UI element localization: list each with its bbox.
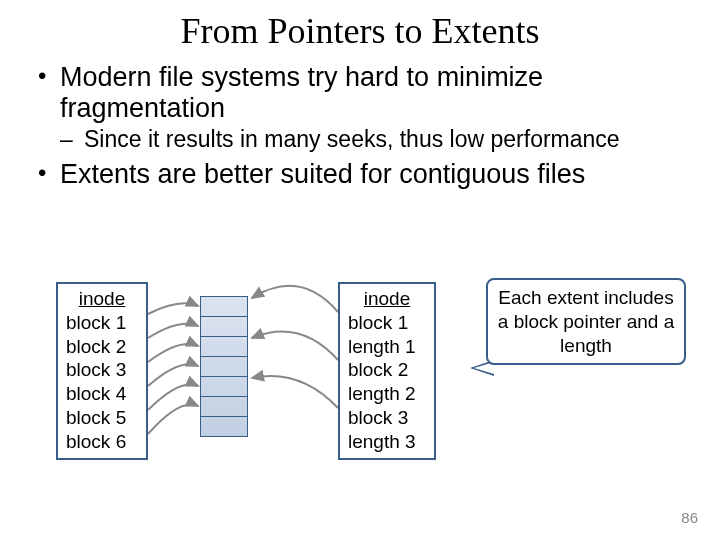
inode-left-row: block 1	[66, 311, 138, 335]
inode-pointers-box: inode block 1 block 2 block 3 block 4 bl…	[56, 282, 148, 460]
inode-right-row: block 2	[348, 358, 426, 382]
block-row	[201, 377, 247, 397]
block-row	[201, 417, 247, 436]
block-row	[201, 397, 247, 417]
block-row	[201, 297, 247, 317]
bullet-1-text: Modern file systems try hard to minimize…	[60, 62, 543, 123]
block-row	[201, 337, 247, 357]
inode-right-header: inode	[348, 287, 426, 311]
page-number: 86	[681, 509, 698, 526]
bullet-2: Extents are better suited for contiguous…	[38, 159, 690, 190]
inode-left-header: inode	[66, 287, 138, 311]
inode-right-row: length 1	[348, 335, 426, 359]
block-row	[201, 317, 247, 337]
inode-right-row: block 1	[348, 311, 426, 335]
callout-box: Each extent includes a block pointer and…	[486, 278, 686, 365]
inode-right-row: length 2	[348, 382, 426, 406]
inode-left-row: block 6	[66, 430, 138, 454]
inode-right-row: length 3	[348, 430, 426, 454]
inode-left-row: block 2	[66, 335, 138, 359]
inode-extents-box: inode block 1 length 1 block 2 length 2 …	[338, 282, 436, 460]
sub-bullet-1: Since it results in many seeks, thus low…	[60, 126, 690, 153]
inode-left-row: block 4	[66, 382, 138, 406]
disk-blocks-table	[200, 296, 248, 437]
bullet-list: Modern file systems try hard to minimize…	[38, 62, 690, 190]
slide-title: From Pointers to Extents	[30, 10, 690, 52]
inode-left-row: block 3	[66, 358, 138, 382]
inode-right-row: block 3	[348, 406, 426, 430]
block-row	[201, 357, 247, 377]
sub-bullet-list: Since it results in many seeks, thus low…	[60, 126, 690, 153]
diagram-area: inode block 1 block 2 block 3 block 4 bl…	[0, 278, 720, 498]
bullet-1: Modern file systems try hard to minimize…	[38, 62, 690, 153]
inode-left-row: block 5	[66, 406, 138, 430]
